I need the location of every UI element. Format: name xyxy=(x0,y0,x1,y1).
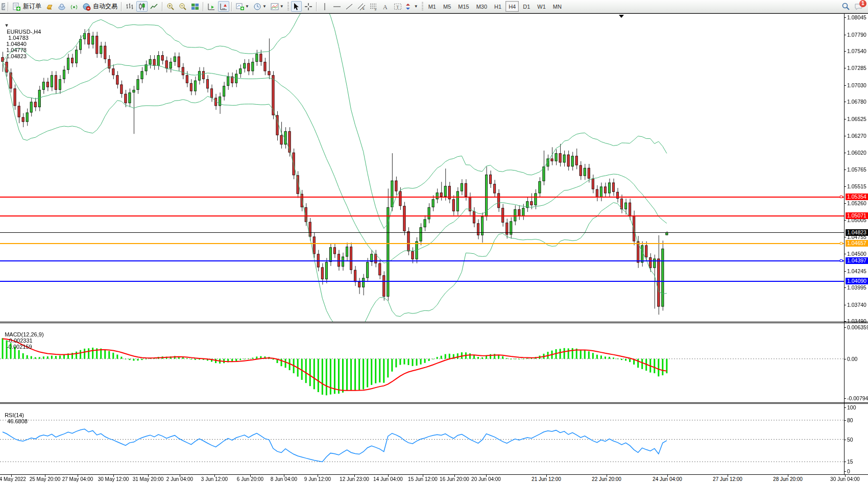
price-level-label-1.04657: 1.04657 xyxy=(846,240,868,247)
clipped-toolbar-icon xyxy=(0,3,5,11)
price-level-line-1.05354[interactable] xyxy=(0,197,844,198)
rsi-tick xyxy=(844,440,846,440)
rsi-tick xyxy=(844,407,846,408)
line-chart-mode-button[interactable] xyxy=(149,1,160,12)
search-button[interactable] xyxy=(840,1,852,12)
chart-high: 1.04840 xyxy=(6,41,27,47)
price-tick xyxy=(844,85,846,86)
line-drag-handle[interactable] xyxy=(840,242,842,245)
line-chart-icon xyxy=(150,3,158,11)
arrows-tool-button[interactable]: ▼ xyxy=(404,1,420,12)
auto-scroll-button[interactable] xyxy=(206,1,217,12)
rsi-panel-canvas[interactable] xyxy=(0,404,844,474)
accounts-button[interactable] xyxy=(56,1,67,12)
timeframe-button-M5[interactable]: M5 xyxy=(440,1,454,12)
channel-tool-button[interactable]: E xyxy=(356,1,367,12)
timeframe-button-D1[interactable]: D1 xyxy=(520,1,533,12)
notifications-button[interactable]: 1 xyxy=(853,1,865,12)
chart-shift-marker[interactable] xyxy=(619,15,624,18)
macd-tick-label: 0.00 xyxy=(847,356,857,362)
price-level-line-1.05071[interactable] xyxy=(0,215,844,216)
time-tick-label: 22 Jun 20:00 xyxy=(592,476,621,482)
chevron-down-icon: ▼ xyxy=(262,4,267,9)
trendline-icon xyxy=(345,3,353,11)
price-tick xyxy=(844,35,846,35)
horizontal-line-tool-button[interactable] xyxy=(331,1,343,12)
gold-ingot-icon xyxy=(45,3,54,11)
timeframe-button-M15[interactable]: M15 xyxy=(455,1,472,12)
signals-button[interactable] xyxy=(68,1,80,12)
price-level-line-1.04090[interactable] xyxy=(0,281,844,282)
zoom-out-button[interactable] xyxy=(177,1,188,12)
chart-title: ▾ EURUSD-,H4 1.04783 1.04840 1.04778 1.0… xyxy=(2,16,41,59)
price-level-line-1.04397[interactable] xyxy=(0,260,844,261)
macd-panel-canvas[interactable] xyxy=(0,323,844,402)
price-tick-label: 1.07030 xyxy=(847,82,866,88)
price-tick xyxy=(844,203,846,204)
macd-tick-label: -0.007949 xyxy=(847,395,868,401)
zoom-out-icon xyxy=(179,3,187,11)
time-tick-label: 16 Jun 20:00 xyxy=(440,476,469,482)
arrows-icon xyxy=(406,3,413,11)
new-order-icon xyxy=(12,3,21,11)
equidistant-channel-icon: E xyxy=(357,3,366,11)
rsi-label: RSI(14) 46.6808 xyxy=(2,406,28,424)
price-level-line-1.04657[interactable] xyxy=(0,243,844,244)
timeframe-button-H4[interactable]: H4 xyxy=(505,1,519,12)
price-tick-label: 1.05515 xyxy=(847,183,866,189)
zoom-in-button[interactable] xyxy=(165,1,176,12)
price-level-line-1.04823[interactable] xyxy=(0,232,844,233)
line-drag-handle[interactable] xyxy=(840,196,842,198)
chart-shift-button[interactable] xyxy=(218,1,229,12)
chart-shift-icon xyxy=(220,3,228,11)
fibonacci-tool-button[interactable]: F xyxy=(368,1,379,12)
price-tick-label: 1.03490 xyxy=(847,318,866,324)
timeframe-button-MN[interactable]: MN xyxy=(550,1,565,12)
bar-chart-mode-button[interactable] xyxy=(124,1,135,12)
templates-button[interactable]: ▼ xyxy=(269,1,285,12)
separator xyxy=(316,2,317,11)
trendline-tool-button[interactable] xyxy=(344,1,355,12)
collapse-arrow-icon[interactable]: ▾ xyxy=(5,22,8,28)
autotrade-icon xyxy=(82,3,91,11)
rsi-name: RSI(14) xyxy=(5,412,24,418)
price-chart-canvas[interactable] xyxy=(0,14,844,322)
periods-button[interactable]: ▼ xyxy=(252,1,268,12)
timeframe-button-H1[interactable]: H1 xyxy=(491,1,504,12)
autotrade-button[interactable]: 自动交易 xyxy=(81,1,119,12)
price-level-label-1.04823: 1.04823 xyxy=(846,229,868,236)
signal-broadcast-icon xyxy=(70,3,78,11)
rsi-tick-label: 0 xyxy=(847,468,850,474)
template-icon xyxy=(271,3,279,11)
timeframe-button-W1[interactable]: W1 xyxy=(534,1,549,12)
timeframe-button-M30[interactable]: M30 xyxy=(473,1,490,12)
new-order-button[interactable]: 新订单 xyxy=(11,1,43,12)
text-label-tool-button[interactable]: T xyxy=(392,1,403,12)
cursor-tool-button[interactable] xyxy=(291,1,302,12)
time-tick-label: 3 Jun 12:00 xyxy=(201,476,228,482)
price-tick-label: 1.04245 xyxy=(847,268,866,274)
crosshair-tool-button[interactable] xyxy=(303,1,314,12)
indicators-button[interactable]: ▼ xyxy=(234,1,251,12)
price-tick xyxy=(844,287,846,288)
line-drag-handle[interactable] xyxy=(840,259,842,262)
candlestick-mode-button[interactable] xyxy=(136,1,148,12)
rsi-tick-label: 100 xyxy=(847,404,856,410)
price-tick-label: 1.06270 xyxy=(847,133,866,139)
tile-windows-button[interactable] xyxy=(189,1,201,12)
vertical-line-tool-button[interactable] xyxy=(319,1,330,12)
time-tick-label: 21 Jun 12:00 xyxy=(532,476,561,482)
timeframe-button-M1[interactable]: M1 xyxy=(425,1,439,12)
text-tool-button[interactable]: A xyxy=(380,1,391,12)
market-watch-button[interactable] xyxy=(44,1,55,12)
price-tick xyxy=(844,321,846,322)
price-tick xyxy=(844,170,846,170)
time-tick-label: 30 May 12:00 xyxy=(98,476,129,482)
price-tick-label: 1.03995 xyxy=(847,284,866,291)
price-tick-label: 1.04500 xyxy=(847,251,866,257)
macd-signal-value: -0.002159 xyxy=(7,344,32,350)
time-tick-label: 14 Jun 04:00 xyxy=(373,476,403,482)
price-level-label-1.04397: 1.04397 xyxy=(846,257,868,264)
price-tick-label: 1.05765 xyxy=(847,166,866,173)
search-icon xyxy=(841,2,850,11)
